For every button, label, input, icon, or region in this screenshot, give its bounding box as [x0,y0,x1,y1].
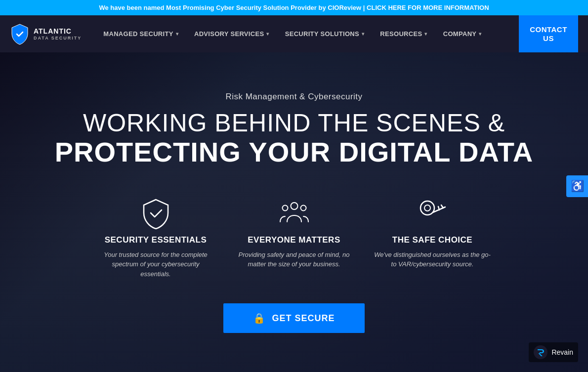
svg-point-3 [420,201,434,215]
shield-check-icon [140,197,172,229]
logo-shield-icon [10,23,30,45]
svg-point-2 [300,205,306,210]
nav-item-advisory-services[interactable]: ADVISORY SERVICES ▾ [187,25,276,42]
feature-security-essentials-desc: Your trusted source for the complete spe… [96,250,215,279]
nav-item-managed-security[interactable]: MANAGED SECURITY ▾ [96,25,185,42]
feature-safe-choice: THE SAFE CHOICE We've distinguished ours… [363,197,502,279]
feature-everyone-matters-desc: Providing safety and peace of mind, no m… [235,250,353,269]
chevron-down-icon: ▾ [424,31,427,37]
hero-section: Risk Management & Cybersecurity WORKING … [0,52,588,372]
nav-links: MANAGED SECURITY ▾ ADVISORY SERVICES ▾ S… [96,25,519,42]
chevron-down-icon: ▾ [479,31,481,37]
key-icon [417,197,449,229]
nav-item-company[interactable]: COMPANY ▾ [436,25,489,42]
get-secure-button[interactable]: 🔒 GET SECURE [223,303,364,333]
accessibility-button[interactable]: ♿ [566,175,588,197]
navbar: ATLANTIC DATA SECURITY MANAGED SECURITY … [0,15,588,52]
hero-subtitle: Risk Management & Cybersecurity [225,92,362,102]
nav-item-security-solutions[interactable]: SECURITY SOLUTIONS ▾ [278,25,372,42]
feature-safe-choice-title: THE SAFE CHOICE [392,235,472,245]
banner-text: We have been named Most Promising Cyber … [99,4,489,11]
chevron-down-icon: ▾ [176,31,178,37]
logo[interactable]: ATLANTIC DATA SECURITY [10,23,82,45]
feature-everyone-matters: EVERYONE MATTERS Providing safety and pe… [225,197,363,279]
top-banner[interactable]: We have been named Most Promising Cyber … [0,0,588,15]
nav-item-resources[interactable]: RESOURCES ▾ [373,25,434,42]
svg-line-6 [441,205,443,208]
revain-label: Revain [551,348,573,356]
people-icon [278,197,310,229]
hero-content: Risk Management & Cybersecurity WORKING … [0,52,588,333]
svg-point-0 [291,203,297,209]
revain-watermark: Revain [529,342,578,362]
logo-text: ATLANTIC DATA SECURITY [34,27,82,41]
svg-point-4 [424,205,430,211]
hero-title-line2: PROTECTING YOUR DIGITAL DATA [55,137,534,167]
revain-icon [534,345,547,359]
chevron-down-icon: ▾ [266,31,269,37]
svg-point-1 [282,205,288,210]
hero-title-line1: WORKING BEHIND THE SCENES & [83,110,505,137]
contact-us-button[interactable]: CONTACT US [519,15,578,52]
lock-icon: 🔒 [253,312,266,324]
feature-everyone-matters-title: EVERYONE MATTERS [248,235,340,245]
features-row: SECURITY ESSENTIALS Your trusted source … [0,197,588,279]
feature-safe-choice-desc: We've distinguished ourselves as the go-… [373,250,492,269]
chevron-down-icon: ▾ [362,31,364,37]
feature-security-essentials-title: SECURITY ESSENTIALS [105,235,207,245]
feature-security-essentials: SECURITY ESSENTIALS Your trusted source … [86,197,225,279]
